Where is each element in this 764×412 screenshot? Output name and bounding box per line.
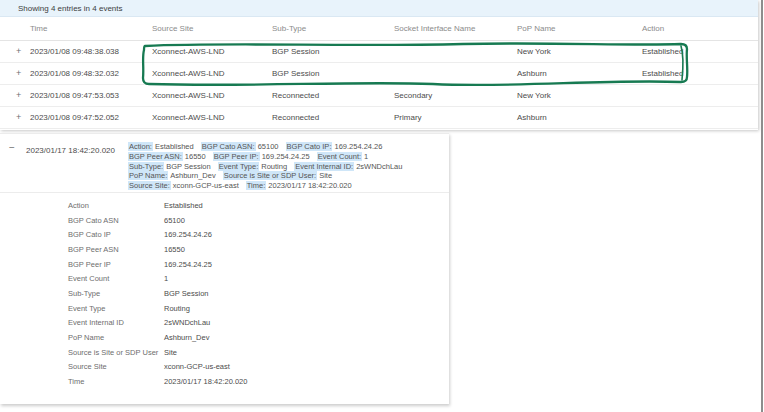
detail-row: Event Internal ID2sWNDchLau bbox=[68, 316, 449, 331]
cell-pop-name: Ashburn bbox=[515, 69, 640, 78]
cell-sub-type: Reconnected bbox=[270, 113, 392, 122]
cell-action: Established bbox=[640, 47, 758, 56]
table-header-row: Time Source Site Sub-Type Socket Interfa… bbox=[0, 17, 758, 41]
expanded-row-time: 2023/01/17 18:42:20.020 bbox=[26, 146, 115, 155]
detail-row: BGP Cato IP169.254.24.26 bbox=[68, 227, 449, 242]
tag-chip: Sub-Type:BGP Session bbox=[128, 162, 211, 171]
column-header-action: Action bbox=[640, 24, 758, 33]
tag-chip: Action:Established bbox=[128, 142, 194, 151]
events-table-card: Showing 4 entries in 4 events Time Sourc… bbox=[0, 0, 758, 130]
cell-source-site: Xconnect-AWS-LND bbox=[150, 47, 270, 56]
column-header-socket-interface-name: Socket Interface Name bbox=[392, 24, 515, 33]
detail-row: Event Count1 bbox=[68, 271, 449, 286]
event-tag-chips: Action:Established BGP Cato ASN:65100 BG… bbox=[128, 142, 448, 191]
cell-time: 2023/01/08 09:48:32.032 bbox=[28, 69, 150, 78]
table-row[interactable]: + 2023/01/08 09:48:32.032 Xconnect-AWS-L… bbox=[0, 63, 758, 85]
tag-chip: Event Type:Routing bbox=[218, 162, 287, 171]
tag-chip: Event Internal ID:2sWNDchLau bbox=[294, 162, 402, 171]
tag-chip: BGP Cato IP:169.254.24.26 bbox=[286, 142, 383, 151]
cell-pop-name: New York bbox=[515, 91, 640, 100]
cell-pop-name: New York bbox=[515, 47, 640, 56]
expand-row-icon[interactable]: + bbox=[16, 47, 21, 56]
table-row[interactable]: + 2023/01/08 09:48:38.038 Xconnect-AWS-L… bbox=[0, 41, 758, 63]
detail-row: BGP Peer ASN16550 bbox=[68, 242, 449, 257]
cell-socket-interface-name: Secondary bbox=[392, 91, 515, 100]
column-header-time: Time bbox=[28, 24, 150, 33]
tag-chip: BGP Peer ASN:16550 bbox=[128, 152, 206, 161]
detail-row: BGP Cato ASN65100 bbox=[68, 213, 449, 228]
events-page: Showing 4 entries in 4 events Time Sourc… bbox=[0, 0, 764, 412]
detail-row: ActionEstablished bbox=[68, 198, 449, 213]
detail-row: Event TypeRouting bbox=[68, 301, 449, 316]
tag-chip: Source Site:xconn-GCP-us-east bbox=[128, 181, 239, 190]
tag-chip: Event Count:1 bbox=[317, 152, 369, 161]
window-edge-divider bbox=[761, 0, 763, 412]
expand-row-icon[interactable]: + bbox=[16, 91, 21, 100]
table-row[interactable]: + 2023/01/08 09:47:53.053 Xconnect-AWS-L… bbox=[0, 85, 758, 107]
cell-sub-type: BGP Session bbox=[270, 69, 392, 78]
tag-chip: PoP Name:Ashburn_Dev bbox=[128, 171, 216, 180]
expanded-row-header[interactable]: − 2023/01/17 18:42:20.020 Action:Establi… bbox=[0, 134, 449, 192]
table-row[interactable]: + 2023/01/08 09:47:52.052 Xconnect-AWS-L… bbox=[0, 107, 758, 129]
detail-row: Time2023/01/17 18:42:20.020 bbox=[68, 374, 449, 389]
cell-action: Established bbox=[640, 69, 758, 78]
column-header-sub-type: Sub-Type bbox=[270, 24, 392, 33]
cell-sub-type: Reconnected bbox=[270, 91, 392, 100]
column-header-pop-name: PoP Name bbox=[515, 24, 640, 33]
column-header-source-site: Source Site bbox=[150, 24, 270, 33]
detail-row: BGP Peer IP169.254.24.25 bbox=[68, 257, 449, 272]
expanded-event-card: − 2023/01/17 18:42:20.020 Action:Establi… bbox=[0, 133, 449, 404]
tag-chip: BGP Cato ASN:65100 bbox=[201, 142, 279, 151]
event-detail-list: ActionEstablished BGP Cato ASN65100 BGP … bbox=[0, 192, 449, 389]
detail-row: PoP NameAshburn_Dev bbox=[68, 330, 449, 345]
detail-row: Source Sitexconn-GCP-us-east bbox=[68, 360, 449, 375]
tag-chip: Source is Site or SDP User:Site bbox=[223, 171, 332, 180]
cell-pop-name: Ashburn bbox=[515, 113, 640, 122]
cell-socket-interface-name: Primary bbox=[392, 113, 515, 122]
cell-source-site: Xconnect-AWS-LND bbox=[150, 113, 270, 122]
cell-sub-type: BGP Session bbox=[270, 47, 392, 56]
detail-row: Source is Site or SDP UserSite bbox=[68, 345, 449, 360]
cell-time: 2023/01/08 09:47:53.053 bbox=[28, 91, 150, 100]
tag-chip: BGP Peer IP:169.254.24.25 bbox=[213, 152, 310, 161]
results-summary-bar: Showing 4 entries in 4 events bbox=[0, 0, 758, 17]
results-summary-text: Showing 4 entries in 4 events bbox=[18, 4, 123, 13]
collapse-row-icon[interactable]: − bbox=[9, 143, 15, 153]
expand-row-icon[interactable]: + bbox=[16, 113, 21, 122]
expand-row-icon[interactable]: + bbox=[16, 69, 21, 78]
cell-source-site: Xconnect-AWS-LND bbox=[150, 91, 270, 100]
cell-source-site: Xconnect-AWS-LND bbox=[150, 69, 270, 78]
table-body: + 2023/01/08 09:48:38.038 Xconnect-AWS-L… bbox=[0, 41, 758, 129]
detail-row: Sub-TypeBGP Session bbox=[68, 286, 449, 301]
cell-time: 2023/01/08 09:48:38.038 bbox=[28, 47, 150, 56]
tag-chip: Time:2023/01/17 18:42:20.020 bbox=[246, 181, 352, 190]
cell-time: 2023/01/08 09:47:52.052 bbox=[28, 113, 150, 122]
